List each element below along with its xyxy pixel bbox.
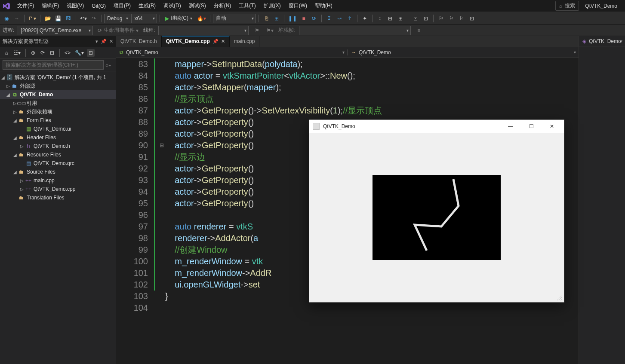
tree-row-headerfiles[interactable]: ◢🖿Header Files bbox=[0, 133, 116, 142]
panel-dropdown-icon[interactable]: ▾ bbox=[95, 39, 98, 44]
tree-row-srcdemo[interactable]: ▷++QtVTK_Demo.cpp bbox=[0, 185, 116, 193]
runtime-window[interactable]: QtVTK_Demo — ☐ ✕ bbox=[309, 119, 564, 303]
navbar-right-combo[interactable]: → QtVTK_Demo bbox=[347, 49, 579, 55]
step-out-button[interactable]: ↥ bbox=[345, 14, 354, 23]
tool-icon-k[interactable]: ⚐ bbox=[457, 14, 466, 23]
flag-a-icon[interactable]: ⚑ bbox=[252, 26, 262, 35]
platform-combo[interactable]: x64 bbox=[131, 14, 157, 23]
pause-button[interactable]: ❚❚ bbox=[287, 14, 298, 23]
tab-header[interactable]: QtVTK_Demo.h bbox=[116, 36, 162, 47]
tool-icon-h[interactable]: ⊡ bbox=[421, 14, 431, 23]
tree-row-resqrc[interactable]: ▤QtVTK_Demo.qrc bbox=[0, 159, 116, 168]
open-file-button[interactable]: 📂 bbox=[43, 14, 52, 23]
tool-icon-g[interactable]: ⊡ bbox=[411, 14, 420, 23]
menu-view[interactable]: 视图(V) bbox=[63, 1, 87, 11]
minimize-button[interactable]: — bbox=[502, 121, 519, 132]
tree-row-srcfiles[interactable]: ◢🖿Source Files bbox=[0, 168, 116, 176]
menu-debug[interactable]: 调试(D) bbox=[160, 1, 185, 11]
step-over-button[interactable]: ⤻ bbox=[335, 14, 344, 23]
menu-analyze[interactable]: 分析(N) bbox=[210, 1, 235, 11]
restart-button[interactable]: ⟳ bbox=[309, 14, 319, 23]
step-into-button[interactable]: ↧ bbox=[324, 14, 334, 23]
tool-icon-a[interactable]: ⎘ bbox=[262, 14, 271, 23]
continue-button[interactable]: ▶ 继续(C) ▾ bbox=[163, 14, 195, 23]
folder-icon: 🖿 bbox=[18, 108, 25, 115]
se-tool-b-icon[interactable]: ⊕ bbox=[29, 49, 37, 57]
save-button[interactable]: 💾 bbox=[53, 14, 63, 23]
close-button[interactable]: ✕ bbox=[543, 121, 560, 132]
tree-row-project[interactable]: ◢⧉QtVTK_Demo bbox=[0, 90, 116, 99]
stackframe-label: 堆栈帧: bbox=[278, 27, 295, 34]
tree-row-extdeps[interactable]: ▷🖿外部依赖项 bbox=[0, 107, 116, 116]
tool-icon-b[interactable]: ⊞ bbox=[272, 14, 281, 23]
tree-row-resfiles[interactable]: ◢🖿Resource Files bbox=[0, 150, 116, 159]
se-tool-d-icon[interactable]: <> bbox=[63, 49, 72, 57]
tool-icon-c[interactable]: ✦ bbox=[360, 14, 369, 23]
tool-icon-e[interactable]: ⊟ bbox=[385, 14, 395, 23]
tree-row-refs[interactable]: ▷▭▭引用 bbox=[0, 99, 116, 107]
global-search[interactable]: ⌕ 搜索 bbox=[555, 1, 579, 11]
folder-icon: 🖿 bbox=[18, 168, 25, 175]
nav-fwd-button[interactable]: → bbox=[12, 14, 22, 23]
se-tool-e-icon[interactable]: ⊡ bbox=[87, 49, 95, 57]
panel-close-icon[interactable]: ✕ bbox=[109, 39, 113, 44]
undo-button[interactable]: ↶▾ bbox=[79, 14, 88, 23]
tool-icon-f[interactable]: ⊞ bbox=[396, 14, 405, 23]
menu-git[interactable]: Git(G) bbox=[88, 2, 109, 10]
nav-back-button[interactable]: ◉ bbox=[2, 14, 11, 23]
vtk-render-widget[interactable] bbox=[373, 175, 501, 260]
tree-row-srcmain[interactable]: ▷++main.cpp bbox=[0, 176, 116, 185]
runtime-titlebar[interactable]: QtVTK_Demo — ☐ ✕ bbox=[309, 120, 564, 133]
tool-icon-j[interactable]: ⚐ bbox=[446, 14, 456, 23]
maximize-button[interactable]: ☐ bbox=[523, 121, 540, 132]
menu-build[interactable]: 生成(B) bbox=[135, 1, 159, 11]
auto-combo[interactable]: 自动 bbox=[213, 14, 256, 23]
menu-tools[interactable]: 工具(T) bbox=[235, 1, 259, 11]
redo-button[interactable]: ↷ bbox=[89, 14, 99, 23]
tool-icon-i[interactable]: ⚐ bbox=[436, 14, 446, 23]
tree-row-formui[interactable]: ▤QtVTK_Demo.ui bbox=[0, 125, 116, 133]
flag-b-icon[interactable]: ⚑▾ bbox=[265, 26, 275, 35]
se-tool-a-icon[interactable]: ☳▾ bbox=[12, 49, 22, 57]
tree-row-formfiles[interactable]: ◢🖿Form Files bbox=[0, 116, 116, 125]
close-icon[interactable]: ✕ bbox=[221, 39, 225, 44]
process-combo[interactable]: [20920] QtVTK_Demo.exe bbox=[18, 26, 93, 35]
menu-help[interactable]: 帮助(H) bbox=[311, 1, 336, 11]
new-item-button[interactable]: 🗋▾ bbox=[27, 14, 37, 23]
search-go-icon[interactable]: ⌕▾ bbox=[104, 61, 113, 69]
chevron-down-icon: ▾ bbox=[190, 16, 192, 21]
se-wrench-icon[interactable]: 🔧▾ bbox=[74, 49, 85, 57]
se-tool-c-icon[interactable]: ⊟ bbox=[48, 49, 56, 57]
se-sync-icon[interactable]: ⟳ bbox=[39, 49, 46, 57]
more-icon[interactable]: ≡ bbox=[414, 26, 424, 35]
ui-file-icon: ▤ bbox=[25, 125, 32, 132]
menu-edit[interactable]: 编辑(E) bbox=[38, 1, 62, 11]
panel-pin-icon[interactable]: 📌 bbox=[101, 39, 107, 44]
tool-icon-d[interactable]: ↕ bbox=[375, 14, 385, 23]
menu-file[interactable]: 文件(F) bbox=[14, 1, 37, 11]
navbar-left-combo[interactable]: ⧉ QtVTK_Demo bbox=[116, 49, 347, 55]
resize-grip-icon[interactable] bbox=[557, 295, 563, 301]
tree-row-extsrc[interactable]: ▷🖿外部源 bbox=[0, 82, 116, 90]
menu-test[interactable]: 测试(S) bbox=[185, 1, 209, 11]
menu-extensions[interactable]: 扩展(X) bbox=[260, 1, 284, 11]
stop-button[interactable]: ■ bbox=[299, 14, 308, 23]
save-all-button[interactable]: 🖫 bbox=[64, 14, 73, 23]
menu-project[interactable]: 项目(P) bbox=[110, 1, 134, 11]
menu-window[interactable]: 窗口(W) bbox=[285, 1, 311, 11]
tree-row-transfiles[interactable]: 🖿Translation Files bbox=[0, 193, 116, 202]
hot-reload-button[interactable]: 🔥▾ bbox=[196, 14, 207, 23]
right-navbar-combo[interactable]: ◈ QtVTK_Demo bbox=[579, 38, 625, 44]
config-combo[interactable]: Debug bbox=[104, 14, 130, 23]
tree-row-headerh[interactable]: ▷hQtVTK_Demo.h bbox=[0, 142, 116, 150]
lifecycle-button[interactable]: ⟳ 生命周期事件 ▾ bbox=[96, 26, 140, 35]
stackframe-combo[interactable] bbox=[299, 26, 411, 35]
tab-main[interactable]: main.cpp bbox=[230, 36, 260, 47]
tool-icon-l[interactable]: ⊡ bbox=[467, 14, 477, 23]
tab-cpp[interactable]: QtVTK_Demo.cpp 📌 ✕ bbox=[162, 36, 230, 47]
se-home-icon[interactable]: ⌂ bbox=[3, 49, 10, 57]
tree-row-solution[interactable]: ◢🗄️解决方案 'QtVTK_Demo' (1 个项目, 共 1 bbox=[0, 73, 116, 82]
thread-combo[interactable] bbox=[158, 26, 249, 35]
pin-icon[interactable]: 📌 bbox=[212, 39, 219, 44]
solution-search-input[interactable] bbox=[3, 60, 104, 70]
